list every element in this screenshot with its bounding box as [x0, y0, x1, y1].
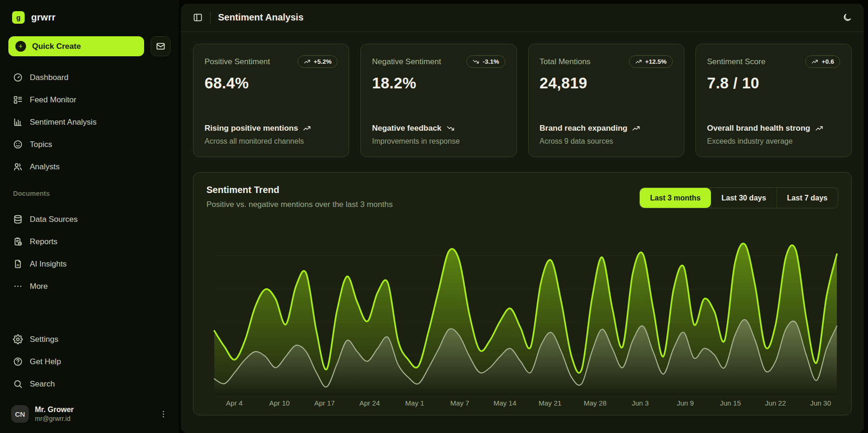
sentiment-trend-card: Sentiment Trend Positive vs. negative me… — [193, 172, 852, 415]
trend-badge: +5.2% — [298, 55, 338, 68]
stat-headline: Rising positive mentions — [205, 124, 298, 133]
trend-badge: +12.5% — [629, 55, 673, 68]
trend-badge-value: +5.2% — [314, 58, 332, 65]
stat-value: 7.8 / 10 — [707, 74, 840, 92]
stat-subtext: Exceeds industry average — [707, 137, 840, 146]
report-icon — [13, 237, 23, 246]
users-icon — [13, 162, 23, 172]
trending-up-icon — [303, 124, 311, 133]
x-axis-label: Jun 22 — [765, 399, 786, 407]
sidebar-item-label: Topics — [30, 140, 52, 149]
x-axis-label: May 1 — [405, 399, 424, 407]
sidebar-item-dashboard[interactable]: Dashboard — [8, 68, 171, 87]
x-axis-label: Jun 3 — [632, 399, 649, 407]
trending-up-icon — [635, 58, 642, 65]
content: Positive Sentiment+5.2%68.4%Rising posit… — [181, 32, 864, 433]
range-button-last-7-days[interactable]: Last 7 days — [776, 188, 838, 208]
sidebar-section-documents: Documents — [13, 190, 166, 197]
stat-card-sentiment-score: Sentiment Score+0.67.8 / 10Overall brand… — [696, 44, 852, 157]
sidebar-item-label: Data Sources — [30, 215, 78, 224]
trending-down-icon — [446, 124, 455, 133]
stat-cards: Positive Sentiment+5.2%68.4%Rising posit… — [193, 44, 852, 157]
panel-left-icon[interactable] — [193, 13, 203, 22]
trending-up-icon — [811, 58, 818, 65]
sidebar-item-label: Get Help — [30, 357, 61, 366]
stat-subtext: Across all monitored channels — [205, 137, 338, 146]
sidebar-item-data-sources[interactable]: Data Sources — [8, 210, 171, 228]
stat-subtext: Across 9 data sources — [540, 137, 673, 146]
page-title: Sentiment Analysis — [218, 12, 304, 23]
sidebar-nav-documents: Data SourcesReportsAIAI InsightsMore — [8, 210, 171, 295]
trend-badge-value: +0.6 — [822, 58, 834, 65]
range-button-last-3-months[interactable]: Last 3 months — [640, 188, 710, 208]
sentiment-chart: Apr 4Apr 10Apr 17Apr 24May 1May 7May 14M… — [206, 223, 838, 409]
plus-circle-icon — [15, 41, 26, 52]
kebab-icon[interactable] — [159, 410, 168, 419]
sidebar-item-settings[interactable]: Settings — [8, 330, 171, 348]
bar-chart-icon — [13, 117, 23, 127]
sidebar-nav-footer: SettingsGet HelpSearch — [8, 330, 171, 393]
smile-icon — [13, 140, 23, 149]
x-axis-label: May 21 — [538, 399, 561, 407]
quick-create-label: Quick Create — [32, 42, 81, 51]
x-axis-label: Apr 4 — [226, 399, 243, 407]
sidebar-item-label: Reports — [30, 237, 58, 246]
svg-text:AI: AI — [16, 263, 19, 266]
x-axis-label: Apr 10 — [269, 399, 290, 407]
sidebar-item-ai-insights[interactable]: AIAI Insights — [8, 255, 171, 273]
stat-value: 18.2% — [372, 74, 505, 92]
main-panel: Sentiment Analysis Positive Sentiment+5.… — [181, 4, 864, 433]
mail-icon — [156, 41, 166, 51]
sidebar-item-label: Analysts — [30, 162, 60, 172]
stat-card-total-mentions: Total Mentions+12.5%24,819Brand reach ex… — [528, 44, 684, 157]
x-axis-label: Apr 24 — [359, 399, 380, 407]
sidebar: g grwrr Quick Create DashboardFeed Monit… — [0, 0, 179, 433]
sidebar-item-label: Search — [30, 380, 55, 389]
x-axis-label: Jun 9 — [677, 399, 694, 407]
sidebar-item-get-help[interactable]: Get Help — [8, 353, 171, 371]
sidebar-item-topics[interactable]: Topics — [8, 135, 171, 153]
stat-headline: Overall brand health strong — [707, 124, 810, 133]
sentiment-trend-chart: Apr 4Apr 10Apr 17Apr 24May 1May 7May 14M… — [206, 223, 838, 409]
x-axis-label: May 14 — [493, 399, 516, 407]
logo-icon: g — [12, 11, 25, 24]
search-icon — [13, 379, 23, 389]
user-card[interactable]: CN Mr. Grower mr@grwrr.id — [8, 404, 171, 426]
sidebar-item-more[interactable]: More — [8, 277, 171, 295]
logo: g grwrr — [8, 11, 171, 24]
trending-down-icon — [472, 58, 479, 65]
trending-up-icon — [304, 58, 311, 65]
stat-headline: Negative feedback — [372, 124, 441, 133]
sidebar-item-analysts[interactable]: Analysts — [8, 158, 171, 176]
trend-badge: +0.6 — [805, 55, 840, 68]
mail-button[interactable] — [151, 36, 171, 56]
trending-up-icon — [815, 124, 823, 133]
x-axis-label: May 28 — [583, 399, 606, 407]
sidebar-item-feed-monitor[interactable]: Feed Monitor — [8, 91, 171, 109]
stat-subtext: Improvements in response — [372, 137, 505, 146]
sidebar-item-label: AI Insights — [30, 260, 66, 269]
x-axis-label: May 7 — [451, 399, 470, 407]
trend-badge-value: -3.1% — [483, 58, 499, 65]
stat-value: 24,819 — [540, 74, 673, 92]
sidebar-item-search[interactable]: Search — [8, 375, 171, 393]
sidebar-item-label: Sentiment Analysis — [30, 118, 97, 127]
stat-label: Negative Sentiment — [372, 57, 441, 67]
trend-badge: -3.1% — [466, 55, 505, 68]
sidebar-item-label: More — [30, 282, 48, 291]
range-button-last-30-days[interactable]: Last 30 days — [711, 188, 776, 208]
quick-create-button[interactable]: Quick Create — [8, 36, 144, 56]
trend-badge-value: +12.5% — [645, 58, 667, 65]
ellipsis-icon — [13, 281, 23, 291]
brand-name: grwrr — [31, 12, 56, 23]
sidebar-item-sentiment-analysis[interactable]: Sentiment Analysis — [8, 113, 171, 131]
moon-icon[interactable] — [842, 13, 852, 22]
chart-subtitle: Positive vs. negative mentions over the … — [206, 200, 393, 209]
sidebar-item-label: Settings — [30, 335, 58, 344]
header-divider — [210, 12, 211, 23]
sidebar-item-reports[interactable]: Reports — [8, 233, 171, 251]
stat-value: 68.4% — [205, 74, 338, 92]
feed-icon — [13, 95, 23, 105]
chart-title: Sentiment Trend — [206, 185, 393, 195]
sidebar-item-label: Feed Monitor — [30, 95, 76, 105]
